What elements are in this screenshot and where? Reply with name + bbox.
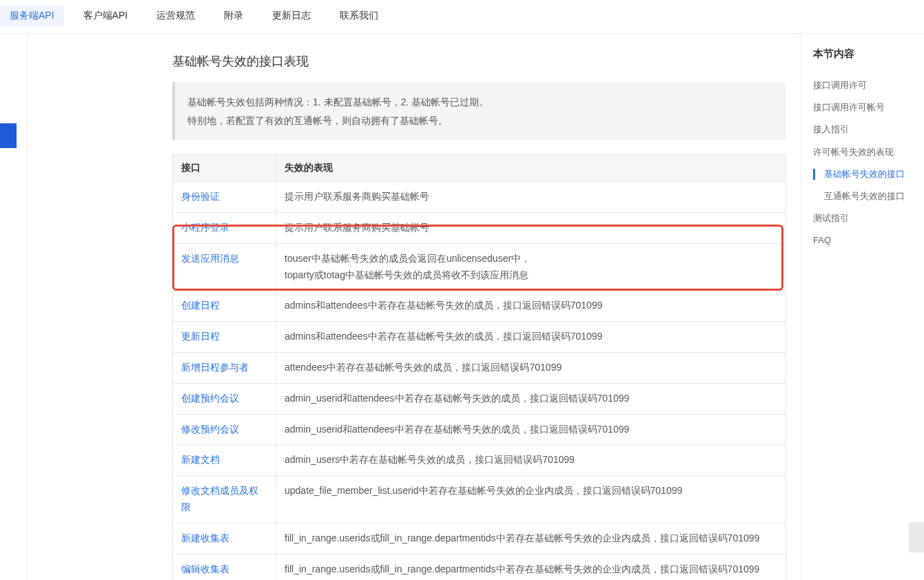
tab-appendix[interactable]: 附录 [214, 6, 253, 26]
api-cell: 新建文档 [173, 445, 276, 476]
table-row: 新建文档admin_users中若存在基础帐号失效的成员，接口返回错误码7010… [173, 445, 786, 476]
callout-box: 基础帐号失效包括两种情况：1. 未配置基础帐号，2. 基础帐号已过期。 特别地，… [172, 82, 786, 141]
behavior-cell: admin_userid和attendees中若存在基础帐号失效的成员，接口返回… [276, 383, 786, 414]
toc-item[interactable]: 基础帐号失效的接口 [813, 163, 924, 185]
tab-operation[interactable]: 运营规范 [147, 6, 205, 26]
sidebar-active-indicator [0, 123, 17, 148]
behavior-cell: fill_in_range.userids或fill_in_range.depa… [276, 523, 786, 554]
table-row: 小程序登录提示用户联系服务商购买基础帐号 [173, 212, 786, 243]
behavior-cell: admin_users中若存在基础帐号失效的成员，接口返回错误码701099 [276, 445, 786, 476]
table-row: 编辑收集表fill_in_range.userids或fill_in_range… [173, 554, 786, 580]
api-link[interactable]: 发送应用消息 [181, 253, 239, 264]
api-cell: 身份验证 [173, 182, 276, 213]
toc-item[interactable]: FAQ [813, 229, 924, 251]
tab-contact[interactable]: 联系我们 [330, 6, 388, 26]
left-sidebar [0, 34, 28, 580]
api-link[interactable]: 身份验证 [181, 191, 220, 202]
behavior-cell: admin_userid和attendees中若存在基础帐号失效的成员，接口返回… [276, 414, 786, 445]
api-cell: 创建预约会议 [173, 383, 276, 414]
table-row: 更新日程admins和attendees中若存在基础帐号失效的成员，接口返回错误… [173, 322, 786, 353]
api-link[interactable]: 创建预约会议 [181, 393, 239, 404]
api-cell: 新建收集表 [173, 523, 276, 554]
table-row: 创建预约会议admin_userid和attendees中若存在基础帐号失效的成… [173, 383, 786, 414]
page-heading: 基础帐号失效的接口表现 [172, 53, 786, 70]
api-cell: 发送应用消息 [173, 243, 276, 291]
api-link[interactable]: 更新日程 [181, 331, 220, 342]
table-row: 创建日程admins和attendees中若存在基础帐号失效的成员，接口返回错误… [173, 291, 786, 322]
behavior-cell: attendees中若存在基础帐号失效的成员，接口返回错误码701099 [276, 352, 786, 383]
api-cell: 修改文档成员及权限 [173, 476, 276, 524]
api-link[interactable]: 小程序登录 [181, 222, 229, 233]
col-behavior: 失效的表现 [276, 155, 786, 182]
tab-changelog[interactable]: 更新日志 [263, 6, 320, 26]
tab-server-api[interactable]: 服务端API [0, 6, 64, 26]
toc-title: 本节内容 [813, 48, 924, 61]
api-link[interactable]: 编辑收集表 [181, 563, 229, 574]
table-row: 新增日程参与者attendees中若存在基础帐号失效的成员，接口返回错误码701… [173, 352, 786, 383]
table-row: 身份验证提示用户联系服务商购买基础帐号 [173, 182, 786, 213]
col-api: 接口 [173, 155, 276, 182]
api-link[interactable]: 创建日程 [181, 300, 220, 311]
table-row: 修改文档成员及权限update_file_member_list.userid中… [173, 476, 786, 524]
behavior-cell: admins和attendees中若存在基础帐号失效的成员，接口返回错误码701… [276, 322, 786, 353]
tab-client-api[interactable]: 客户端API [74, 6, 138, 26]
toc-item[interactable]: 许可帐号失效的表现 [813, 141, 924, 163]
right-toc: 本节内容 接口调用许可接口调用许可帐号接入指引许可帐号失效的表现基础帐号失效的接… [800, 34, 924, 580]
table-wrapper: 接口 失效的表现 身份验证提示用户联系服务商购买基础帐号小程序登录提示用户联系服… [172, 154, 786, 580]
toc-item[interactable]: 互通帐号失效的接口 [813, 185, 924, 207]
api-link[interactable]: 修改文档成员及权限 [181, 485, 258, 512]
api-cell: 修改预约会议 [173, 414, 276, 445]
api-cell: 新增日程参与者 [173, 352, 276, 383]
callout-line-2: 特别地，若配置了有效的互通帐号，则自动拥有了基础帐号。 [187, 112, 774, 130]
table-row: 发送应用消息touser中基础帐号失效的成员会返回在unlicenseduser… [173, 243, 786, 291]
callout-line-1: 基础帐号失效包括两种情况：1. 未配置基础帐号，2. 基础帐号已过期。 [187, 93, 774, 112]
api-table: 接口 失效的表现 身份验证提示用户联系服务商购买基础帐号小程序登录提示用户联系服… [172, 154, 786, 580]
behavior-cell: 提示用户联系服务商购买基础帐号 [276, 182, 786, 213]
toc-item[interactable]: 接口调用许可 [813, 74, 924, 96]
toc-item[interactable]: 接入指引 [813, 118, 924, 141]
toc-item[interactable]: 接口调用许可帐号 [813, 96, 924, 118]
api-link[interactable]: 修改预约会议 [181, 424, 239, 435]
api-cell: 小程序登录 [173, 212, 276, 243]
api-cell: 创建日程 [173, 291, 276, 322]
behavior-cell: touser中基础帐号失效的成员会返回在unlicenseduser中，topa… [276, 243, 786, 291]
main-content: 基础帐号失效的接口表现 基础帐号失效包括两种情况：1. 未配置基础帐号，2. 基… [28, 34, 800, 580]
api-cell: 编辑收集表 [173, 554, 276, 580]
api-cell: 更新日程 [173, 322, 276, 353]
behavior-cell: fill_in_range.userids或fill_in_range.depa… [276, 554, 786, 580]
behavior-cell: update_file_member_list.userid中若存在基础帐号失效… [276, 476, 786, 524]
api-link[interactable]: 新建文档 [181, 454, 220, 465]
table-row: 修改预约会议admin_userid和attendees中若存在基础帐号失效的成… [173, 414, 786, 445]
feedback-float-button[interactable] [909, 522, 924, 552]
api-link[interactable]: 新建收集表 [181, 532, 229, 543]
api-link[interactable]: 新增日程参与者 [181, 362, 249, 373]
table-row: 新建收集表fill_in_range.userids或fill_in_range… [173, 523, 786, 554]
toc-item[interactable]: 测试指引 [813, 207, 924, 229]
behavior-cell: 提示用户联系服务商购买基础帐号 [276, 212, 786, 243]
top-navigation: 服务端API 客户端API 运营规范 附录 更新日志 联系我们 [0, 0, 924, 34]
behavior-cell: admins和attendees中若存在基础帐号失效的成员，接口返回错误码701… [276, 291, 786, 322]
